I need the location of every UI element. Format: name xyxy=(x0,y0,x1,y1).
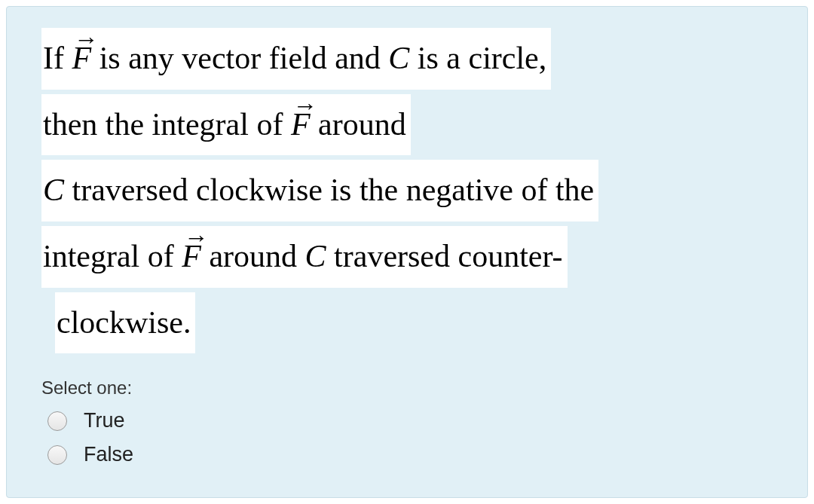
vector-arrow-icon: → xyxy=(74,17,96,63)
statement-line-3: C traversed clockwise is the negative of… xyxy=(41,160,598,221)
option-row-false[interactable]: False xyxy=(47,443,807,466)
text-fragment: around xyxy=(311,107,406,142)
vector-arrow-icon: → xyxy=(293,83,315,129)
text-fragment: traversed clockwise is the negative of t… xyxy=(64,173,594,207)
text-fragment: around xyxy=(201,239,305,273)
math-C: C xyxy=(43,173,64,207)
vector-F: →F xyxy=(72,29,91,88)
statement-line-1: If →F is any vector field and C is a cir… xyxy=(41,28,551,90)
radio-false[interactable] xyxy=(47,445,67,465)
text-fragment: clockwise. xyxy=(57,305,191,340)
text-fragment: integral of xyxy=(43,239,182,273)
option-row-true[interactable]: True xyxy=(47,409,807,432)
text-fragment: If xyxy=(43,41,72,75)
select-one-prompt: Select one: xyxy=(41,377,807,399)
option-label-true[interactable]: True xyxy=(84,409,125,432)
radio-true[interactable] xyxy=(47,411,67,431)
option-label-false[interactable]: False xyxy=(84,443,133,466)
vector-F: →F xyxy=(182,228,201,286)
statement-line-5: clockwise. xyxy=(55,292,195,354)
text-fragment: traversed counter- xyxy=(326,239,563,273)
answer-block: Select one: True False xyxy=(7,377,807,466)
text-fragment: then the integral of xyxy=(43,107,291,142)
vector-F: →F xyxy=(291,96,311,154)
text-fragment: is any vector field and xyxy=(91,41,388,75)
statement-line-4: integral of →F around C traversed counte… xyxy=(41,226,568,288)
text-fragment: is a circle, xyxy=(409,41,546,75)
question-statement: If →F is any vector field and C is a cir… xyxy=(7,28,807,358)
question-panel: If →F is any vector field and C is a cir… xyxy=(6,6,808,498)
math-C: C xyxy=(305,239,326,273)
vector-arrow-icon: → xyxy=(184,215,206,261)
math-C: C xyxy=(388,41,409,75)
statement-line-2: then the integral of →F around xyxy=(41,94,411,156)
